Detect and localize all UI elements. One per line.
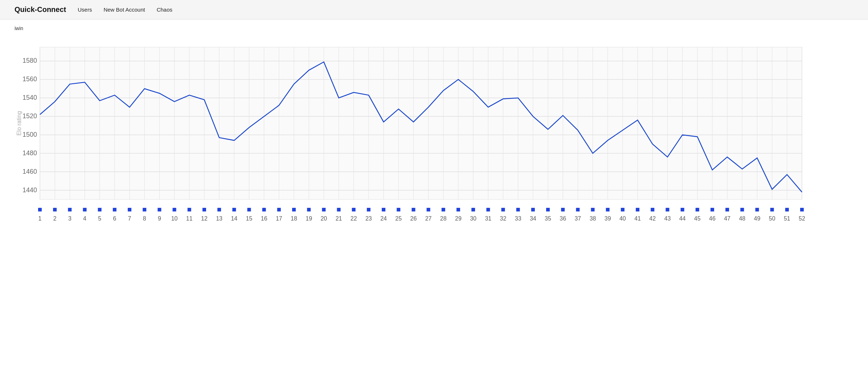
svg-text:36: 36 xyxy=(560,215,566,222)
svg-rect-88 xyxy=(307,208,311,211)
svg-rect-113 xyxy=(681,208,684,211)
svg-text:46: 46 xyxy=(709,215,716,222)
svg-text:37: 37 xyxy=(574,215,581,222)
svg-text:28: 28 xyxy=(440,215,447,222)
svg-text:17: 17 xyxy=(276,215,282,222)
svg-rect-86 xyxy=(277,208,281,211)
svg-rect-110 xyxy=(636,208,639,211)
svg-rect-95 xyxy=(412,208,415,211)
svg-text:9: 9 xyxy=(158,215,161,222)
svg-text:2: 2 xyxy=(53,215,57,222)
elo-chart: 14401460148015001520154015601580Elo rati… xyxy=(15,40,813,229)
svg-text:13: 13 xyxy=(216,215,222,222)
username: iwin xyxy=(15,25,853,31)
brand[interactable]: Quick-Connect xyxy=(15,5,66,14)
svg-text:3: 3 xyxy=(68,215,71,222)
svg-text:52: 52 xyxy=(799,215,805,222)
svg-text:1480: 1480 xyxy=(22,149,37,157)
svg-rect-115 xyxy=(711,208,714,211)
svg-rect-100 xyxy=(486,208,490,211)
svg-rect-103 xyxy=(531,208,535,211)
svg-rect-73 xyxy=(83,208,87,211)
svg-rect-77 xyxy=(143,208,146,211)
svg-rect-90 xyxy=(337,208,341,211)
svg-text:4: 4 xyxy=(83,215,86,222)
svg-rect-71 xyxy=(53,208,57,211)
svg-rect-72 xyxy=(68,208,71,211)
svg-rect-121 xyxy=(800,208,804,211)
svg-text:15: 15 xyxy=(246,215,253,222)
page-content: iwin 14401460148015001520154015601580Elo… xyxy=(0,20,868,243)
svg-text:21: 21 xyxy=(336,215,342,222)
svg-text:1580: 1580 xyxy=(22,57,37,64)
svg-rect-98 xyxy=(456,208,460,211)
svg-text:20: 20 xyxy=(320,215,327,222)
svg-text:25: 25 xyxy=(395,215,402,222)
svg-text:14: 14 xyxy=(231,215,237,222)
svg-rect-85 xyxy=(262,208,266,211)
svg-rect-109 xyxy=(621,208,625,211)
svg-text:18: 18 xyxy=(291,215,297,222)
svg-text:1560: 1560 xyxy=(22,75,37,83)
svg-text:41: 41 xyxy=(634,215,641,222)
svg-text:1: 1 xyxy=(38,215,42,222)
svg-text:1540: 1540 xyxy=(22,94,37,101)
svg-text:27: 27 xyxy=(425,215,432,222)
svg-rect-94 xyxy=(397,208,400,211)
svg-text:42: 42 xyxy=(649,215,656,222)
svg-text:31: 31 xyxy=(485,215,491,222)
svg-text:1460: 1460 xyxy=(22,168,37,175)
svg-text:35: 35 xyxy=(545,215,551,222)
nav-chaos[interactable]: Chaos xyxy=(157,7,172,13)
svg-rect-106 xyxy=(576,208,580,211)
svg-rect-116 xyxy=(725,208,729,211)
svg-text:33: 33 xyxy=(515,215,521,222)
svg-rect-99 xyxy=(471,208,475,211)
svg-rect-80 xyxy=(188,208,191,211)
svg-rect-105 xyxy=(561,208,565,211)
svg-rect-70 xyxy=(38,208,42,211)
svg-rect-112 xyxy=(666,208,669,211)
svg-rect-76 xyxy=(128,208,131,211)
svg-rect-84 xyxy=(247,208,251,211)
svg-text:48: 48 xyxy=(739,215,745,222)
svg-rect-107 xyxy=(591,208,595,211)
svg-rect-78 xyxy=(157,208,161,211)
navbar: Quick-Connect Users New Bot Account Chao… xyxy=(0,0,868,20)
chart-container: 14401460148015001520154015601580Elo rati… xyxy=(15,40,813,229)
svg-rect-104 xyxy=(546,208,550,211)
svg-rect-120 xyxy=(785,208,789,211)
svg-rect-79 xyxy=(173,208,176,211)
svg-rect-89 xyxy=(322,208,326,211)
svg-text:38: 38 xyxy=(590,215,596,222)
svg-text:47: 47 xyxy=(724,215,730,222)
svg-text:11: 11 xyxy=(186,215,193,222)
svg-text:29: 29 xyxy=(455,215,462,222)
svg-rect-108 xyxy=(606,208,610,211)
svg-rect-101 xyxy=(501,208,505,211)
svg-text:45: 45 xyxy=(694,215,701,222)
svg-text:40: 40 xyxy=(619,215,626,222)
svg-rect-0 xyxy=(40,47,802,199)
svg-text:16: 16 xyxy=(261,215,267,222)
svg-rect-75 xyxy=(113,208,116,211)
svg-text:26: 26 xyxy=(410,215,417,222)
svg-rect-117 xyxy=(740,208,744,211)
nav-new-bot-account[interactable]: New Bot Account xyxy=(103,7,145,13)
svg-rect-119 xyxy=(770,208,774,211)
nav-users[interactable]: Users xyxy=(78,7,92,13)
svg-text:8: 8 xyxy=(143,215,146,222)
svg-rect-96 xyxy=(427,208,430,211)
svg-rect-118 xyxy=(755,208,759,211)
svg-rect-111 xyxy=(651,208,654,211)
svg-text:50: 50 xyxy=(769,215,775,222)
svg-text:23: 23 xyxy=(365,215,372,222)
svg-text:7: 7 xyxy=(128,215,131,222)
svg-text:24: 24 xyxy=(380,215,387,222)
svg-text:5: 5 xyxy=(98,215,101,222)
svg-text:1520: 1520 xyxy=(22,112,37,120)
svg-rect-97 xyxy=(442,208,445,211)
svg-rect-92 xyxy=(367,208,370,211)
svg-rect-74 xyxy=(98,208,102,211)
svg-text:51: 51 xyxy=(784,215,790,222)
